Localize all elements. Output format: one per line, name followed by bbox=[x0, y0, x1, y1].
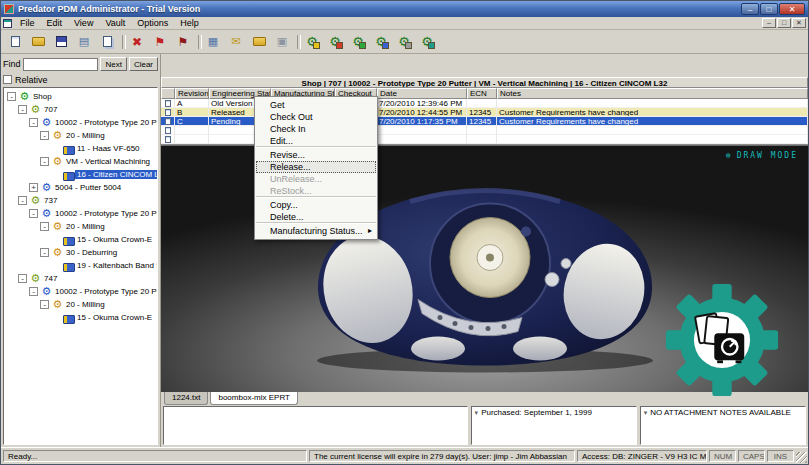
tree-item[interactable]: 16 - Citizen CINCOM L32 bbox=[4, 168, 157, 181]
checkout-gear-icon[interactable]: ⚙ bbox=[324, 32, 346, 52]
get-gear-icon[interactable]: ⚙ bbox=[301, 32, 323, 52]
tree-item[interactable]: 11 - Haas VF-650 bbox=[4, 142, 157, 155]
context-menu-item[interactable]: Delete... bbox=[256, 211, 376, 223]
find-clear-button[interactable]: Clear bbox=[129, 57, 158, 71]
flag-report-icon[interactable]: ⚑ bbox=[172, 32, 194, 52]
status-gear-icon[interactable]: ⚙ bbox=[416, 32, 438, 52]
tree-item[interactable]: - 737 bbox=[4, 194, 157, 207]
column-header[interactable]: Date bbox=[377, 88, 467, 99]
context-menu-item[interactable]: Revise... bbox=[256, 149, 376, 161]
context-menu-item[interactable]: UnRelease... bbox=[256, 173, 376, 185]
tree-expander-icon[interactable]: - bbox=[29, 287, 38, 296]
menu-item[interactable]: View bbox=[68, 17, 99, 30]
tree-expander-icon[interactable]: - bbox=[40, 157, 49, 166]
context-menu-item-label: Check In bbox=[270, 124, 306, 134]
tree-expander-icon[interactable]: - bbox=[40, 248, 49, 257]
context-menu-item[interactable]: ReStock... bbox=[256, 185, 376, 197]
column-header[interactable]: Revision bbox=[175, 88, 209, 99]
close-button[interactable]: ✕ bbox=[779, 3, 805, 15]
note-dropdown-icon[interactable]: ▾ bbox=[475, 408, 479, 418]
flag-icon[interactable]: ⚑ bbox=[149, 32, 171, 52]
tree-item[interactable]: - VM - Vertical Machining bbox=[4, 155, 157, 168]
tree-item[interactable]: + 5004 - Putter 5004 bbox=[4, 181, 157, 194]
tree-item[interactable]: 15 - Okuma Crown-E bbox=[4, 233, 157, 246]
tree-item[interactable]: - 10002 - Prototype Type 20 Putter bbox=[4, 207, 157, 220]
tree-expander-icon[interactable]: - bbox=[18, 274, 27, 283]
tree-expander-icon[interactable]: - bbox=[40, 300, 49, 309]
delete-icon[interactable]: ✖ bbox=[126, 32, 148, 52]
attachment-preview-panel[interactable] bbox=[163, 406, 468, 445]
calendar-icon[interactable]: ▦ bbox=[202, 32, 224, 52]
checkin-gear-icon[interactable]: ⚙ bbox=[347, 32, 369, 52]
tree-expander-icon[interactable]: - bbox=[18, 105, 27, 114]
gear-vault-logo-icon bbox=[662, 281, 782, 399]
note-text: Purchased: September 1, 1999 bbox=[481, 408, 592, 418]
tree-item[interactable]: - Shop bbox=[4, 90, 157, 103]
tree-item[interactable]: - 20 - Milling bbox=[4, 220, 157, 233]
tree-expander-icon[interactable]: - bbox=[40, 131, 49, 140]
tree-item-label: 20 - Milling bbox=[64, 222, 107, 231]
tree-item[interactable]: 19 - Kaltenbach Band Saw bbox=[4, 259, 157, 272]
mail-icon[interactable]: ✉ bbox=[225, 32, 247, 52]
tree-item-label: Shop bbox=[31, 92, 54, 101]
tree-item[interactable]: - 20 - Milling bbox=[4, 129, 157, 142]
tree-item[interactable]: - 707 bbox=[4, 103, 157, 116]
mdi-minimize-button[interactable]: – bbox=[762, 18, 776, 28]
open-folder-icon[interactable] bbox=[27, 32, 49, 52]
relative-checkbox[interactable] bbox=[3, 75, 12, 84]
part-gear-icon bbox=[40, 207, 53, 220]
minimize-button[interactable]: – bbox=[741, 3, 759, 15]
operation-gear-icon bbox=[51, 246, 64, 259]
package-icon[interactable]: ▣ bbox=[271, 32, 293, 52]
document-tab[interactable]: 1224.txt bbox=[164, 392, 208, 405]
release-gear-icon[interactable]: ⚙ bbox=[370, 32, 392, 52]
tree-expander-icon[interactable]: - bbox=[29, 118, 38, 127]
document-tab[interactable]: boombox-mix EPRT bbox=[210, 392, 297, 405]
mdi-restore-button[interactable]: □ bbox=[777, 18, 791, 28]
copy-document-icon[interactable] bbox=[96, 32, 118, 52]
attachment-notes-panel[interactable]: ▾ NO ATTACHMENT NOTES AVAILABLE bbox=[640, 406, 806, 445]
tree-item[interactable]: - 30 - Deburring bbox=[4, 246, 157, 259]
context-menu-item[interactable]: Get bbox=[256, 99, 376, 111]
folder-icon[interactable] bbox=[248, 32, 270, 52]
menu-item[interactable]: File bbox=[14, 17, 41, 30]
mdi-close-button[interactable]: ✕ bbox=[792, 18, 806, 28]
maximize-button[interactable]: □ bbox=[760, 3, 778, 15]
context-menu-item[interactable]: Release... bbox=[256, 161, 376, 173]
tree-expander-icon[interactable]: - bbox=[18, 196, 27, 205]
tree-item[interactable]: 15 - Okuma Crown-E bbox=[4, 311, 157, 324]
app-window: Predator PDM Administrator - Trial Versi… bbox=[0, 0, 809, 465]
print-icon[interactable]: ▤ bbox=[73, 32, 95, 52]
tree-item[interactable]: - 747 bbox=[4, 272, 157, 285]
unrelease-gear-icon[interactable]: ⚙ bbox=[393, 32, 415, 52]
save-icon[interactable] bbox=[50, 32, 72, 52]
column-header[interactable] bbox=[161, 88, 175, 99]
tree-expander-icon[interactable]: - bbox=[7, 92, 16, 101]
note-dropdown-icon[interactable]: ▾ bbox=[644, 408, 648, 418]
context-menu-item[interactable]: Edit... bbox=[256, 135, 376, 147]
tree-expander-icon[interactable]: - bbox=[29, 209, 38, 218]
context-menu-item-label: Check Out bbox=[270, 112, 313, 122]
item-notes-panel[interactable]: ▾ Purchased: September 1, 1999 bbox=[471, 406, 637, 445]
titlebar[interactable]: Predator PDM Administrator - Trial Versi… bbox=[1, 1, 808, 17]
new-document-icon[interactable] bbox=[4, 32, 26, 52]
context-menu-item[interactable]: Copy... bbox=[256, 199, 376, 211]
menu-item[interactable]: Options bbox=[131, 17, 174, 30]
find-input[interactable] bbox=[23, 58, 99, 71]
column-header[interactable]: Notes bbox=[497, 88, 808, 99]
column-header[interactable]: ECN bbox=[467, 88, 497, 99]
context-menu-item[interactable]: Check Out bbox=[256, 111, 376, 123]
menu-item[interactable]: Help bbox=[174, 17, 205, 30]
tree-item[interactable]: - 20 - Milling bbox=[4, 298, 157, 311]
context-menu-item[interactable]: Check In bbox=[256, 123, 376, 135]
find-next-button[interactable]: Next bbox=[100, 57, 126, 71]
menu-item[interactable]: Edit bbox=[41, 17, 69, 30]
cell-revision: C bbox=[175, 117, 209, 126]
context-menu-item[interactable]: Manufacturing Status... ▸ bbox=[256, 225, 376, 237]
menu-item[interactable]: Vault bbox=[99, 17, 131, 30]
tree-expander-icon[interactable]: + bbox=[29, 183, 38, 192]
child-window-icon[interactable] bbox=[3, 19, 12, 28]
tree-item[interactable]: - 10002 - Prototype Type 20 Putter bbox=[4, 285, 157, 298]
tree-expander-icon[interactable]: - bbox=[40, 222, 49, 231]
tree-item[interactable]: - 10002 - Prototype Type 20 Putter bbox=[4, 116, 157, 129]
